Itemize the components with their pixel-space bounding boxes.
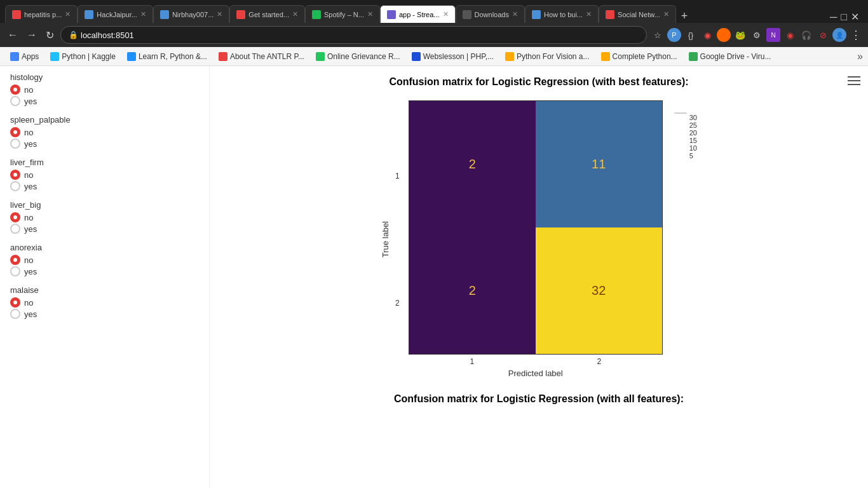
radio-label: yes — [24, 309, 37, 319]
radio-button[interactable] — [10, 309, 20, 319]
extension-icon2[interactable]: ◉ — [700, 28, 714, 42]
radio-button[interactable] — [10, 297, 20, 308]
radio-button[interactable] — [10, 139, 20, 149]
bookmark-grievance[interactable]: Online Grievance R... — [311, 51, 405, 62]
bookmark-label: Learn R, Python &... — [139, 52, 207, 61]
onenote-icon[interactable]: N — [766, 28, 780, 42]
bookmark-complete-python[interactable]: Complete Python... — [596, 51, 682, 62]
bookmark-learn-r[interactable]: Learn R, Python &... — [122, 51, 212, 62]
radio-button[interactable] — [10, 127, 20, 137]
radio-label: yes — [24, 182, 37, 191]
tab-hackjaipur[interactable]: HackJaipur... ✕ — [78, 5, 153, 23]
close-icon[interactable]: ✕ — [217, 10, 222, 18]
tab-icon — [85, 10, 93, 19]
radio-liver-firm-no[interactable]: no — [10, 170, 199, 180]
radio-button[interactable] — [10, 181, 20, 191]
url-input[interactable]: 🔒 localhost:8501 — [60, 26, 647, 44]
menu-icon[interactable]: ⋮ — [849, 28, 863, 42]
radio-button[interactable] — [10, 224, 20, 234]
radio-button[interactable] — [10, 85, 20, 95]
bookmarks-more-button[interactable]: » — [857, 51, 863, 62]
tab-social[interactable]: Social Netw... ✕ — [599, 5, 676, 23]
radio-histology-yes[interactable]: yes — [10, 96, 199, 106]
address-bar: ← → ↻ 🔒 localhost:8501 ☆ P {} ◉ 🐸 ⚙ N ◉ … — [0, 23, 868, 47]
hamburger-menu-icon[interactable] — [848, 74, 860, 88]
bookmark-icon — [689, 52, 698, 61]
close-icon[interactable]: ✕ — [512, 10, 518, 18]
radio-button[interactable] — [10, 255, 20, 265]
extension-icon3[interactable] — [717, 28, 731, 42]
bookmark-apps[interactable]: Apps — [5, 51, 44, 62]
tab-title: hepatitis p... — [24, 11, 62, 18]
radio-anorexia-yes[interactable]: yes — [10, 266, 199, 276]
radio-malaise-no[interactable]: no — [10, 297, 199, 308]
tab-getstarted[interactable]: Get started... ✕ — [229, 5, 305, 23]
bookmark-google-drive[interactable]: Google Drive - Viru... — [684, 51, 776, 62]
extension-icon5[interactable]: ◉ — [783, 28, 797, 42]
tab-downloads[interactable]: Downloads ✕ — [456, 5, 525, 23]
extension-icon4[interactable]: 🐸 — [733, 28, 747, 42]
bookmark-icon — [127, 52, 136, 61]
tab-icon — [160, 10, 169, 19]
radio-histology-no[interactable]: no — [10, 85, 199, 95]
tab-app-stream[interactable]: app - Strea... ✕ — [380, 5, 456, 23]
block-icon[interactable]: ⊘ — [816, 28, 830, 42]
bookmark-python-vision[interactable]: Python For Vision a... — [500, 51, 595, 62]
radio-label: no — [24, 298, 33, 308]
radio-liver-big-yes[interactable]: yes — [10, 224, 199, 234]
close-icon[interactable]: ✕ — [367, 10, 373, 18]
radio-liver-firm-yes[interactable]: yes — [10, 181, 199, 191]
tab-hepatitis[interactable]: hepatitis p... ✕ — [5, 5, 78, 23]
bookmark-icon — [505, 52, 514, 61]
radio-anorexia-no[interactable]: no — [10, 255, 199, 265]
settings-icon[interactable]: ⚙ — [750, 28, 764, 42]
confusion-matrix-title-2: Confusion matrix for Logistic Regression… — [222, 393, 855, 405]
main-content: Confusion matrix for Logistic Regression… — [210, 66, 868, 488]
maximize-button[interactable]: □ — [841, 11, 847, 23]
radio-spleen-no[interactable]: no — [10, 127, 199, 137]
close-icon[interactable]: ✕ — [292, 10, 298, 18]
matrix-cell-0-0: 2 — [409, 101, 536, 227]
forward-button[interactable]: → — [24, 28, 39, 42]
radio-button[interactable] — [10, 266, 20, 276]
radio-label: no — [24, 128, 33, 137]
toolbar-icons: ☆ P {} ◉ 🐸 ⚙ N ◉ 🎧 ⊘ 👤 ⋮ — [651, 28, 863, 42]
radio-label: yes — [24, 267, 37, 276]
reload-button[interactable]: ↻ — [43, 28, 57, 43]
headset-icon[interactable]: 🎧 — [799, 28, 813, 42]
radio-label: no — [24, 170, 33, 180]
radio-button[interactable] — [10, 170, 20, 180]
bookmark-kaggle[interactable]: Python | Kaggle — [45, 51, 121, 62]
radio-button[interactable] — [10, 212, 20, 222]
radio-liver-big-no[interactable]: no — [10, 212, 199, 222]
profile-icon[interactable]: P — [667, 28, 681, 42]
close-icon[interactable]: ✕ — [65, 10, 71, 18]
radio-button[interactable] — [10, 96, 20, 106]
close-window-button[interactable]: ✕ — [851, 11, 859, 23]
bookmark-label: Complete Python... — [613, 52, 677, 61]
tab-bar: hepatitis p... ✕ HackJaipur... ✕ Nirbhay… — [0, 0, 868, 23]
back-button[interactable]: ← — [5, 28, 20, 42]
radio-malaise-yes[interactable]: yes — [10, 309, 199, 319]
bookmark-webslesson[interactable]: Webslesson | PHP,... — [407, 51, 499, 62]
extension-icon[interactable]: {} — [684, 28, 698, 42]
bookmark-antlr[interactable]: About The ANTLR P... — [214, 51, 309, 62]
field-spleen-palpable: spleen_palpable no yes — [10, 115, 199, 149]
page-content: histology no yes spleen_palpable no yes — [0, 66, 868, 488]
close-icon[interactable]: ✕ — [443, 10, 449, 18]
close-icon[interactable]: ✕ — [663, 10, 669, 18]
tab-spotify[interactable]: Spotify – N... ✕ — [305, 5, 380, 23]
matrix-cell-1-1: 32 — [536, 227, 662, 354]
minimize-button[interactable]: ─ — [830, 11, 837, 23]
bookmark-label: Webslesson | PHP,... — [423, 52, 494, 61]
colorbar-tick-25: 25 — [687, 121, 697, 129]
new-tab-button[interactable]: + — [676, 10, 693, 23]
tab-nirbhay[interactable]: Nirbhay007... ✕ — [153, 5, 229, 23]
close-icon[interactable]: ✕ — [586, 10, 592, 18]
account-icon[interactable]: 👤 — [832, 28, 846, 42]
radio-spleen-yes[interactable]: yes — [10, 139, 199, 149]
close-icon[interactable]: ✕ — [140, 10, 146, 18]
tab-howtobuild[interactable]: How to bui... ✕ — [525, 5, 599, 23]
tab-icon — [463, 10, 471, 19]
bookmark-star-icon[interactable]: ☆ — [651, 28, 665, 42]
